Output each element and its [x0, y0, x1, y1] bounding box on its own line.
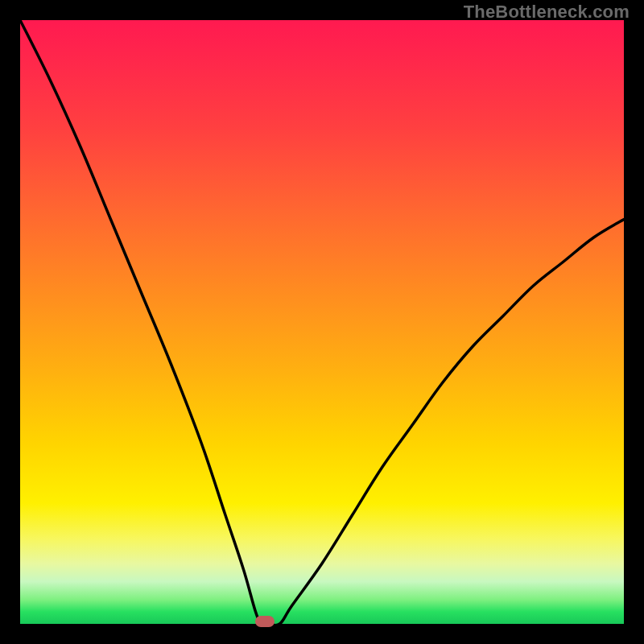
chart-frame: TheBottleneck.com [0, 0, 644, 644]
optimal-marker [255, 616, 275, 627]
plot-area [20, 20, 624, 624]
curve-path [20, 20, 624, 625]
bottleneck-curve [20, 20, 624, 624]
